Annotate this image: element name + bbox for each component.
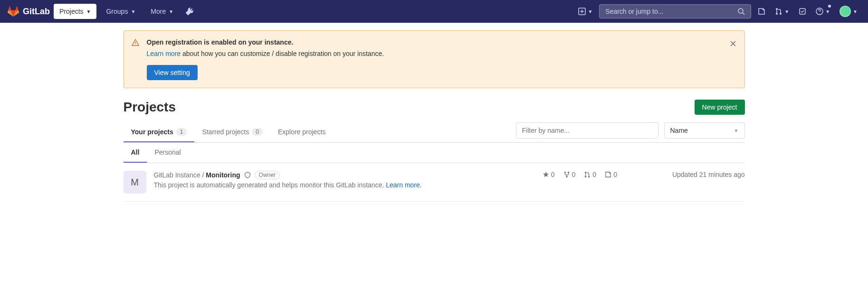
project-namespace: GitLab Instance / — [154, 171, 206, 179]
filter-input[interactable] — [516, 122, 658, 138]
svg-point-11 — [585, 176, 587, 178]
plus-square-icon — [578, 8, 586, 15]
nav-projects[interactable]: Projects ▼ — [54, 4, 96, 19]
new-dropdown[interactable]: ▼ — [575, 5, 595, 18]
user-menu[interactable]: ▼ — [837, 3, 860, 20]
svg-point-3 — [776, 13, 778, 15]
help-button[interactable]: ▼ — [813, 5, 833, 18]
internal-visibility-icon — [244, 172, 251, 178]
tab-your-label: Your projects — [131, 128, 173, 136]
chevron-down-icon: ▼ — [734, 128, 739, 133]
svg-point-4 — [780, 13, 782, 15]
sort-dropdown[interactable]: Name ▼ — [664, 122, 745, 138]
tab-starred-label: Starred projects — [202, 128, 249, 136]
logo-text: GitLab — [23, 7, 50, 17]
chevron-down-icon: ▼ — [588, 9, 592, 14]
nav-groups-label: Groups — [106, 8, 128, 15]
close-icon — [729, 40, 737, 47]
stat-issues[interactable]: 0 — [605, 171, 617, 178]
svg-point-1 — [738, 9, 743, 13]
sort-label: Name — [670, 127, 688, 134]
alert-text-rest: about how you can customize / disable re… — [181, 50, 384, 57]
chevron-down-icon: ▼ — [86, 9, 91, 14]
project-learn-more-link[interactable]: Learn more. — [386, 181, 421, 189]
fork-icon — [563, 171, 570, 178]
tab-your-count: 1 — [176, 128, 187, 136]
tab-starred-count: 0 — [252, 128, 263, 136]
nav-projects-label: Projects — [59, 8, 84, 15]
help-icon — [816, 8, 823, 15]
chevron-down-icon: ▼ — [131, 9, 135, 14]
page-title: Projects — [124, 100, 176, 115]
registration-alert: Open registration is enabled on your ins… — [124, 30, 745, 88]
merge-request-icon — [584, 171, 591, 178]
issue-icon — [758, 8, 765, 15]
chevron-down-icon: ▼ — [784, 9, 789, 14]
search-icon — [737, 8, 745, 15]
todos-button[interactable] — [796, 5, 809, 18]
avatar — [839, 6, 851, 17]
admin-wrench-button[interactable] — [183, 5, 196, 18]
warning-icon — [132, 38, 139, 80]
gitlab-logo-icon — [8, 6, 19, 17]
project-name: Monitoring — [206, 171, 240, 179]
svg-point-10 — [585, 172, 587, 174]
tab-explore-label: Explore projects — [278, 128, 325, 136]
chevron-down-icon: ▼ — [853, 9, 858, 14]
nav-more[interactable]: More ▼ — [145, 4, 179, 19]
new-project-button[interactable]: New project — [695, 100, 745, 115]
tab-your-projects[interactable]: Your projects 1 — [124, 122, 195, 142]
svg-point-7 — [564, 172, 566, 174]
stat-issues-value: 0 — [613, 171, 617, 178]
svg-point-2 — [776, 8, 778, 10]
stat-forks[interactable]: 0 — [563, 171, 576, 178]
project-desc-text: This project is automatically generated … — [154, 181, 386, 189]
subtab-personal[interactable]: Personal — [147, 143, 188, 163]
star-icon — [543, 171, 549, 178]
stat-stars[interactable]: 0 — [543, 171, 555, 178]
chevron-down-icon: ▼ — [825, 9, 830, 14]
search-input[interactable] — [605, 8, 737, 15]
search-box[interactable] — [599, 4, 751, 18]
merge-requests-button[interactable]: ▼ — [772, 5, 792, 18]
nav-groups[interactable]: Groups ▼ — [100, 4, 141, 19]
project-updated: Updated 21 minutes ago — [672, 171, 745, 178]
project-row: M GitLab Instance / Monitoring Owner Thi… — [124, 163, 745, 202]
stat-stars-value: 0 — [551, 171, 555, 178]
logo[interactable]: GitLab — [8, 6, 50, 17]
nav-more-label: More — [151, 8, 166, 15]
project-avatar[interactable]: M — [124, 171, 146, 194]
project-description: This project is automatically generated … — [154, 181, 535, 189]
svg-point-12 — [588, 176, 590, 178]
alert-close-button[interactable] — [729, 38, 737, 48]
wrench-icon — [186, 8, 193, 15]
todo-icon — [799, 8, 806, 15]
tab-starred-projects[interactable]: Starred projects 0 — [194, 122, 270, 142]
stat-merge-requests[interactable]: 0 — [584, 171, 596, 178]
view-setting-button[interactable]: View setting — [147, 65, 198, 80]
svg-point-8 — [567, 172, 569, 174]
alert-text: Learn more about how you can customize /… — [147, 50, 737, 57]
stat-forks-value: 0 — [572, 171, 576, 178]
merge-request-icon — [775, 8, 782, 15]
issue-icon — [605, 171, 611, 178]
issues-button[interactable] — [755, 5, 768, 18]
tab-explore-projects[interactable]: Explore projects — [270, 122, 333, 142]
role-badge: Owner — [255, 171, 280, 179]
stat-mrs-value: 0 — [592, 171, 596, 178]
notification-dot — [828, 5, 831, 8]
alert-learn-more-link[interactable]: Learn more — [147, 50, 181, 57]
subtab-all[interactable]: All — [124, 143, 147, 163]
alert-title: Open registration is enabled on your ins… — [147, 38, 737, 46]
project-link[interactable]: GitLab Instance / Monitoring — [154, 171, 240, 179]
svg-point-9 — [566, 176, 568, 178]
chevron-down-icon: ▼ — [169, 9, 173, 14]
